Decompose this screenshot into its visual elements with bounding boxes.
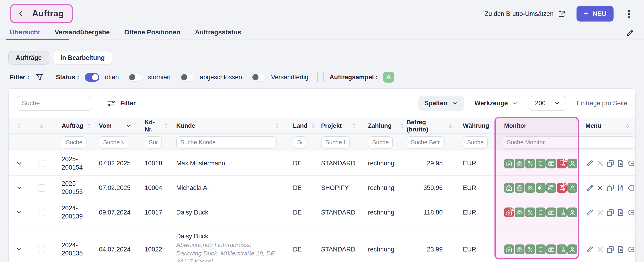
row-checkbox[interactable] [38,209,45,216]
monitor-home-icon[interactable] [504,159,514,168]
monitor-receipt-sync-icon[interactable] [557,208,567,217]
row-checkbox[interactable] [38,160,45,167]
column-header-menue[interactable]: Menü [578,122,636,130]
expand-row-button[interactable] [9,209,30,216]
monitor-user-icon[interactable] [567,159,577,168]
auftraege-button[interactable]: Aufträge [8,51,49,65]
monitor-user-icon[interactable] [567,183,577,193]
tag-add-button[interactable] [627,184,635,192]
tools-dropdown[interactable]: Werkzeuge [474,96,518,111]
sort-icon[interactable] [448,122,454,130]
pdf-button[interactable] [616,245,625,254]
column-header-auftrag[interactable]: Auftrag [53,122,92,130]
column-header-zahlung[interactable]: Zahlung [358,122,397,130]
monitor-cash-icon[interactable] [546,245,556,254]
brutto-umsaetze-link[interactable]: Zu den Brutto-Umsätzen [485,10,566,18]
monitor-euro-icon[interactable] [536,208,546,217]
column-header-kdnr[interactable]: Kd-Nr. [138,119,169,133]
sort-icon[interactable] [624,122,631,130]
duplicate-button[interactable] [606,184,615,192]
column-header-land[interactable]: Land [284,122,312,130]
monitor-mail-icon[interactable] [515,245,524,254]
search-waehrung-input[interactable] [463,136,488,148]
column-header-betrag[interactable]: Betrag (brutto) [397,119,454,133]
monitor-home-icon[interactable] [504,245,514,254]
delete-button[interactable] [596,184,604,192]
auftragsampel-badge[interactable]: A [383,72,394,83]
tag-add-button[interactable] [627,245,635,254]
monitor-euro-icon[interactable] [536,183,546,193]
new-button[interactable]: + NEU [576,6,614,21]
search-vom-input[interactable] [99,136,128,148]
toggle-storniert[interactable] [128,73,142,82]
sort-checkbox-column[interactable] [30,122,53,130]
tag-add-button[interactable] [627,208,635,217]
column-header-vom[interactable]: Vom [92,122,138,129]
pdf-button[interactable] [616,159,625,168]
sorted-desc-icon[interactable] [126,123,132,129]
column-header-projekt[interactable]: Projekt [312,122,358,130]
monitor-user-icon[interactable] [567,208,577,217]
search-auftrag-input[interactable] [62,136,86,148]
monitor-home-icon[interactable] [504,208,514,217]
expand-row-button[interactable] [9,160,30,167]
monitor-cash-icon[interactable] [546,208,556,217]
edit-button[interactable] [586,245,594,254]
back-button[interactable] [17,9,25,17]
edit-button[interactable] [586,208,594,217]
search-monitor-input[interactable] [503,136,635,148]
in-bearbeitung-button[interactable]: in Bearbeitung [53,51,112,65]
search-projekt-input[interactable] [321,136,350,148]
sort-expand-column[interactable] [9,122,30,130]
monitor-receipt-sync-icon[interactable] [557,159,567,168]
monitor-euro-icon[interactable] [536,245,546,254]
monitor-receipt-sync-icon[interactable] [557,245,567,254]
monitor-receipt-sync-icon[interactable] [557,183,567,193]
monitor-percent-icon[interactable] [525,159,535,168]
monitor-percent-icon[interactable] [525,183,535,193]
edit-button[interactable] [586,184,594,192]
pdf-button[interactable] [616,184,625,192]
delete-button[interactable] [596,245,604,254]
toggle-versandfertig[interactable] [251,73,266,82]
column-header-kunde[interactable]: Kunde [169,122,284,130]
expand-row-button[interactable] [9,184,30,192]
funnel-icon[interactable] [35,73,44,82]
search-zahlung-input[interactable] [368,136,393,148]
monitor-mail-icon[interactable] [515,183,524,193]
duplicate-button[interactable] [606,159,615,168]
monitor-cash-icon[interactable] [546,183,556,193]
monitor-mail-icon[interactable] [515,159,524,168]
table-filter-button[interactable]: Filter [106,99,136,108]
toggle-abgeschlossen[interactable] [180,73,194,82]
sort-icon[interactable] [163,122,169,130]
toggle-offen[interactable] [85,73,99,82]
sort-icon[interactable] [86,122,92,130]
monitor-user-icon[interactable] [567,245,577,254]
row-checkbox[interactable] [38,246,45,253]
search-kunde-input[interactable] [176,136,276,148]
sort-icon[interactable] [274,122,280,130]
kebab-menu-icon[interactable] [624,9,634,18]
columns-dropdown[interactable]: Spalten [418,96,464,111]
search-land-input[interactable] [293,136,306,148]
monitor-cash-icon[interactable] [546,159,556,168]
delete-button[interactable] [596,208,604,217]
monitor-percent-icon[interactable] [525,245,535,254]
pdf-button[interactable] [616,208,625,217]
delete-button[interactable] [596,159,604,168]
row-checkbox[interactable] [38,184,45,192]
tag-add-button[interactable] [627,159,635,168]
page-size-select[interactable]: 200 [529,96,566,111]
duplicate-button[interactable] [606,245,615,254]
monitor-mail-icon[interactable] [515,208,524,217]
column-header-waehrung[interactable]: Währung [454,122,496,130]
monitor-home-icon[interactable] [504,183,514,193]
search-betrag-input[interactable] [406,136,444,148]
search-kdnr-input[interactable] [144,136,162,148]
expand-row-button[interactable] [9,246,30,253]
duplicate-button[interactable] [606,208,615,217]
edit-button[interactable] [586,159,594,168]
edit-pencil-icon[interactable] [626,29,634,37]
sort-icon[interactable] [351,122,357,130]
